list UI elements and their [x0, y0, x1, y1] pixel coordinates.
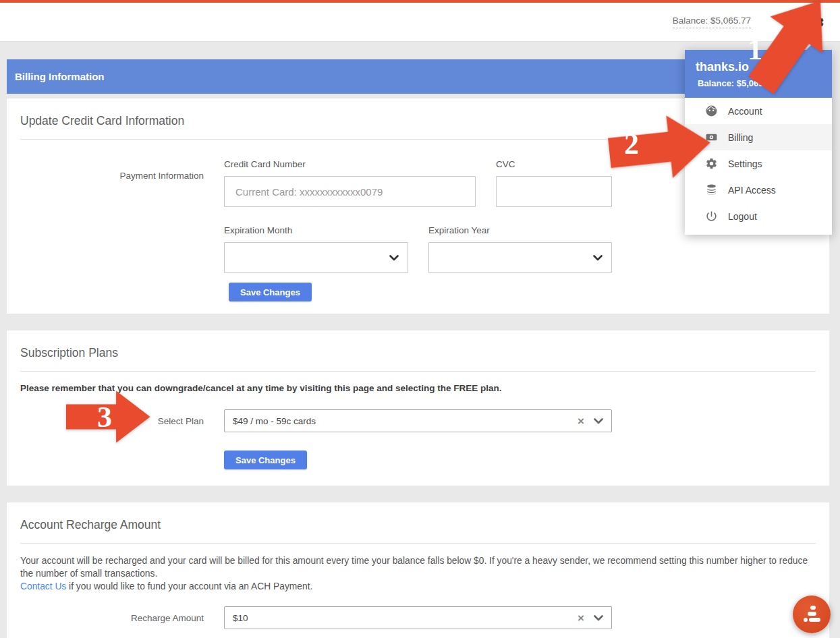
exp-year-label: Expiration Year [428, 225, 612, 235]
contact-us-link[interactable]: Contact Us [20, 581, 66, 591]
chevron-down-icon[interactable] [594, 615, 603, 621]
clear-icon[interactable]: × [578, 415, 584, 427]
recharge-amount-select[interactable]: $10 × [224, 606, 612, 629]
account-name: thanks.io [696, 60, 821, 74]
divider [20, 543, 816, 544]
subscription-section: Subscription Plans Please remember that … [7, 330, 829, 486]
face-icon [705, 105, 718, 117]
recharge-description: Your account will be recharged and your … [20, 554, 816, 593]
cash-icon [705, 131, 718, 144]
recharge-amount-label: Recharge Amount [20, 606, 204, 629]
menu-item-label: Logout [728, 211, 757, 222]
exp-year-select[interactable] [428, 242, 612, 273]
recharge-section-title: Account Recharge Amount [20, 502, 816, 532]
menu-item-settings[interactable]: Settings [685, 150, 832, 177]
gear-icon [705, 157, 718, 170]
settings-dropdown-menu: thanks.io Balance: $5,065.77 Account Bil… [685, 50, 832, 235]
cvc-label: CVC [496, 159, 612, 169]
cvc-input[interactable] [496, 176, 612, 207]
menu-item-billing[interactable]: Billing [685, 124, 832, 150]
select-plan-label: Select Plan [20, 409, 204, 469]
recharge-section: Account Recharge Amount Your account wil… [7, 502, 829, 638]
plan-selected-value: $49 / mo - 59c cards [233, 416, 578, 426]
payment-information-label: Payment Information [20, 159, 204, 301]
balance-text[interactable]: Balance: $5,065.77 [673, 16, 751, 28]
chat-widget-icon [800, 603, 823, 626]
divider [20, 371, 816, 372]
menu-caret [806, 42, 821, 50]
menu-item-account[interactable]: Account [685, 98, 832, 124]
top-header-bar: Balance: $5,065.77 [0, 3, 840, 42]
menu-item-api-access[interactable]: API Access [685, 177, 832, 203]
cc-number-label: Credit Card Number [224, 159, 476, 169]
recharge-selected-value: $10 [233, 613, 578, 623]
gear-icon[interactable] [810, 15, 825, 30]
recharge-ach-text: if you would like to fund your account v… [66, 581, 312, 591]
plan-select[interactable]: $49 / mo - 59c cards × [224, 409, 612, 432]
billing-information-title: Billing Information [15, 71, 105, 82]
database-icon [705, 183, 718, 196]
menu-item-label: Billing [728, 132, 753, 143]
menu-header: thanks.io Balance: $5,065.77 [685, 50, 832, 98]
chevron-down-icon[interactable] [594, 418, 603, 424]
menu-item-label: Account [728, 106, 762, 117]
power-icon [705, 210, 718, 223]
save-plan-button[interactable]: Save Changes [224, 451, 307, 469]
support-chat-button[interactable] [793, 596, 831, 633]
page: Balance: $5,065.77 Billing Information U… [0, 0, 840, 638]
save-card-button[interactable]: Save Changes [229, 283, 312, 301]
exp-month-label: Expiration Month [224, 225, 408, 235]
subscription-section-title: Subscription Plans [20, 330, 816, 360]
clear-icon[interactable]: × [578, 612, 584, 624]
menu-item-label: Settings [728, 158, 762, 169]
menu-item-label: API Access [728, 185, 776, 196]
exp-month-select[interactable] [224, 242, 408, 273]
cc-number-input[interactable] [224, 176, 476, 207]
recharge-description-text: Your account will be recharged and your … [20, 556, 808, 579]
menu-item-logout[interactable]: Logout [685, 203, 832, 229]
subscription-note: Please remember that you can downgrade/c… [20, 383, 816, 393]
menu-balance: Balance: $5,065.77 [698, 78, 821, 88]
